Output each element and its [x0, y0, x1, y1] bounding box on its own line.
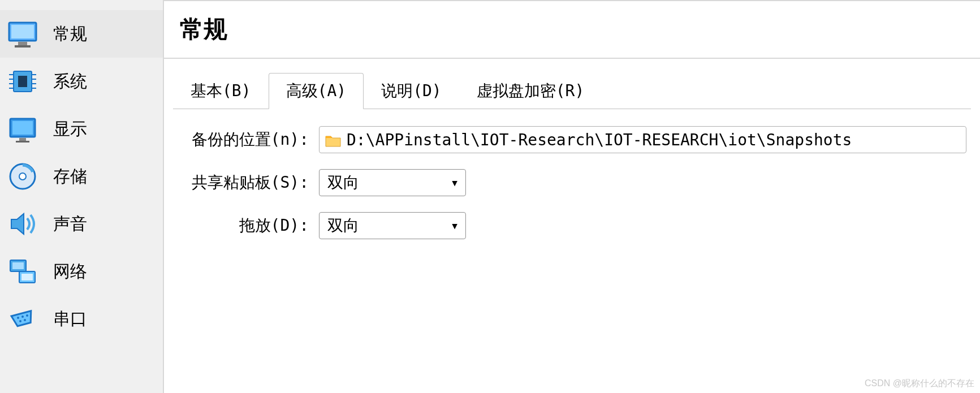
tab-basic[interactable]: 基本(B) — [173, 73, 269, 109]
tab-advanced[interactable]: 高级(A) — [269, 73, 364, 109]
row-clipboard: 共享粘贴板(S): 双向 ▼ — [178, 169, 966, 196]
sidebar-item-label: 串口 — [53, 308, 87, 331]
page-title: 常规 — [164, 1, 980, 59]
disk-icon — [7, 161, 38, 192]
label-clipboard: 共享粘贴板(S): — [178, 172, 319, 193]
svg-point-27 — [19, 320, 21, 322]
input-snapshot-location[interactable]: D:\APPinstall\IOT-Research\IOT-RESEARCH\… — [319, 126, 966, 153]
content-pane: 常规 基本(B) 高级(A) 说明(D) 虚拟盘加密(R) 备份的位置(n): … — [164, 0, 980, 393]
label-snapshot-location: 备份的位置(n): — [178, 129, 319, 150]
monitor-icon — [7, 18, 38, 50]
dropdown-value: 双向 — [327, 172, 359, 193]
svg-point-25 — [21, 316, 24, 318]
svg-rect-2 — [18, 42, 27, 45]
svg-point-24 — [17, 317, 19, 319]
dropdown-value: 双向 — [327, 215, 359, 236]
sidebar-item-label: 系统 — [53, 70, 87, 93]
chevron-down-icon: ▼ — [452, 178, 457, 188]
svg-rect-1 — [11, 25, 34, 38]
tabs: 基本(B) 高级(A) 说明(D) 虚拟盘加密(R) — [164, 59, 980, 109]
serial-icon — [7, 303, 38, 335]
sidebar-item-system[interactable]: 系统 — [0, 58, 163, 105]
sidebar-item-serial[interactable]: 串口 — [0, 295, 163, 343]
sidebar-item-display[interactable]: 显示 — [0, 105, 163, 153]
svg-rect-17 — [16, 141, 29, 142]
sidebar-item-label: 常规 — [53, 23, 87, 46]
svg-point-28 — [24, 319, 26, 321]
dropdown-dragdrop[interactable]: 双向 ▼ — [319, 212, 466, 239]
form: 备份的位置(n): D:\APPinstall\IOT-Research\IOT… — [164, 109, 980, 272]
sidebar-item-network[interactable]: 网络 — [0, 248, 163, 295]
display-icon — [7, 113, 38, 145]
dropdown-clipboard[interactable]: 双向 ▼ — [319, 169, 466, 196]
svg-rect-16 — [19, 138, 26, 141]
svg-point-19 — [19, 173, 26, 180]
folder-icon — [325, 133, 341, 146]
network-icon — [7, 256, 38, 287]
sidebar-item-storage[interactable]: 存储 — [0, 153, 163, 200]
svg-rect-3 — [15, 45, 31, 47]
watermark: CSDN @昵称什么的不存在 — [865, 378, 974, 390]
tab-description[interactable]: 说明(D) — [364, 73, 459, 109]
svg-rect-22 — [12, 262, 24, 269]
chevron-down-icon: ▼ — [452, 221, 457, 231]
sidebar-item-label: 存储 — [53, 165, 87, 188]
label-dragdrop: 拖放(D): — [178, 215, 319, 236]
sidebar-item-label: 网络 — [53, 260, 87, 283]
chip-icon — [7, 66, 38, 97]
tab-encryption[interactable]: 虚拟盘加密(R) — [459, 73, 602, 109]
sidebar-item-audio[interactable]: 声音 — [0, 200, 163, 248]
svg-point-26 — [26, 314, 28, 317]
sidebar-item-general[interactable]: 常规 — [0, 10, 163, 58]
sidebar: 常规 系统 显示 存储 声音 网络 串口 — [0, 0, 164, 393]
svg-rect-15 — [12, 121, 33, 135]
svg-rect-23 — [21, 274, 33, 280]
row-dragdrop: 拖放(D): 双向 ▼ — [178, 212, 966, 239]
speaker-icon — [7, 208, 38, 240]
sidebar-item-label: 显示 — [53, 118, 87, 141]
row-snapshot-location: 备份的位置(n): D:\APPinstall\IOT-Research\IOT… — [178, 126, 966, 153]
sidebar-item-label: 声音 — [53, 213, 87, 236]
svg-rect-5 — [18, 76, 27, 87]
path-value: D:\APPinstall\IOT-Research\IOT-RESEARCH\… — [347, 131, 852, 149]
